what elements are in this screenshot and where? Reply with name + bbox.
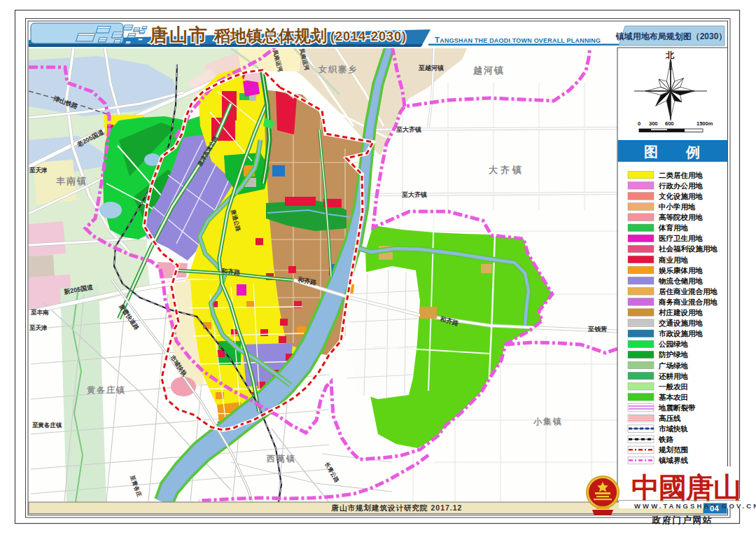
svg-text:600: 600 bbox=[665, 120, 674, 127]
svg-text:物流仓储用地: 物流仓储用地 bbox=[658, 277, 704, 285]
svg-text:稻地镇总体规划: 稻地镇总体规划 bbox=[214, 27, 327, 45]
svg-text:行政办公用地: 行政办公用地 bbox=[658, 181, 704, 190]
svg-text:唐山市: 唐山市 bbox=[149, 25, 209, 46]
svg-text:医疗卫生用地: 医疗卫生用地 bbox=[659, 234, 704, 242]
svg-text:大齐镇: 大齐镇 bbox=[489, 165, 524, 175]
svg-text:镇域界线: 镇域界线 bbox=[658, 456, 689, 464]
svg-text:至丰南: 至丰南 bbox=[31, 309, 49, 316]
svg-text:至越河镇: 至越河镇 bbox=[418, 64, 444, 71]
svg-text:高压线: 高压线 bbox=[659, 414, 681, 422]
svg-text:政府门户网站: 政府门户网站 bbox=[652, 515, 713, 525]
svg-text:北: 北 bbox=[665, 50, 675, 60]
svg-text:300: 300 bbox=[649, 120, 658, 127]
svg-text:高等院校用地: 高等院校用地 bbox=[659, 213, 704, 221]
svg-text:TANGSHAN THE DAODI TOWN OVERAL: TANGSHAN THE DAODI TOWN OVERALL PLANNING bbox=[435, 36, 601, 44]
svg-text:WWW.TANGSHAN.GOV.CN: WWW.TANGSHAN.GOV.CN bbox=[634, 502, 756, 510]
svg-text:铁路: 铁路 bbox=[658, 435, 674, 443]
svg-text:镇域用地布局规划图（2030）: 镇域用地布局规划图（2030） bbox=[615, 32, 727, 41]
svg-text:商务商业混合用地: 商务商业混合用地 bbox=[658, 298, 718, 306]
svg-text:还耕用地: 还耕用地 bbox=[659, 372, 689, 380]
svg-text:文化设施用地: 文化设施用地 bbox=[659, 192, 704, 200]
svg-text:1500m: 1500m bbox=[696, 120, 713, 127]
svg-text:小集镇: 小集镇 bbox=[533, 417, 563, 426]
svg-text:中國唐山: 中國唐山 bbox=[631, 472, 741, 503]
svg-text:丰南镇: 丰南镇 bbox=[56, 176, 88, 186]
svg-text:04: 04 bbox=[710, 504, 719, 513]
svg-text:交通设施用地: 交通设施用地 bbox=[658, 319, 704, 328]
svg-text:例: 例 bbox=[685, 144, 700, 160]
svg-text:至天津: 至天津 bbox=[29, 324, 48, 331]
svg-text:社会福利设施用地: 社会福利设施用地 bbox=[658, 244, 718, 253]
svg-text:西葛镇: 西葛镇 bbox=[266, 454, 296, 464]
svg-text:二类居住用地: 二类居住用地 bbox=[659, 171, 704, 179]
svg-text:0: 0 bbox=[638, 120, 640, 127]
svg-text:一般农田: 一般农田 bbox=[659, 382, 688, 391]
svg-text:市政设施用地: 市政设施用地 bbox=[659, 329, 704, 338]
svg-text:至天津: 至天津 bbox=[29, 167, 48, 174]
svg-text:(2014-2030): (2014-2030) bbox=[330, 29, 407, 43]
svg-text:居住商业混合用地: 居住商业混合用地 bbox=[658, 287, 718, 296]
svg-text:越河镇: 越河镇 bbox=[472, 65, 505, 76]
svg-text:黄各庄镇: 黄各庄镇 bbox=[87, 385, 126, 395]
svg-text:至钱营: 至钱营 bbox=[587, 326, 607, 333]
svg-text:地震断裂带: 地震断裂带 bbox=[658, 403, 696, 412]
svg-text:至黄各庄镇: 至黄各庄镇 bbox=[32, 422, 62, 429]
svg-text:规划范围: 规划范围 bbox=[658, 445, 688, 454]
svg-text:体育用地: 体育用地 bbox=[658, 223, 689, 232]
svg-text:广场绿地: 广场绿地 bbox=[658, 361, 689, 370]
svg-text:商业用地: 商业用地 bbox=[658, 256, 689, 264]
svg-text:中小学用地: 中小学用地 bbox=[659, 202, 696, 211]
svg-text:娱乐康体用地: 娱乐康体用地 bbox=[658, 266, 704, 275]
svg-text:村庄建设用地: 村庄建设用地 bbox=[658, 308, 704, 317]
svg-text:基本农田: 基本农田 bbox=[658, 393, 688, 401]
svg-text:唐山市规划建筑设计研究院 2017.12: 唐山市规划建筑设计研究院 2017.12 bbox=[331, 503, 463, 512]
svg-text:市域快轨: 市域快轨 bbox=[659, 424, 689, 433]
svg-text:防护绿地: 防护绿地 bbox=[659, 350, 689, 359]
svg-text:至大齐镇: 至大齐镇 bbox=[401, 190, 427, 198]
svg-text:图: 图 bbox=[644, 144, 658, 160]
svg-text:女织寨乡: 女织寨乡 bbox=[318, 64, 358, 74]
svg-text:至大齐镇: 至大齐镇 bbox=[396, 125, 421, 133]
svg-text:公园绿地: 公园绿地 bbox=[658, 340, 689, 348]
